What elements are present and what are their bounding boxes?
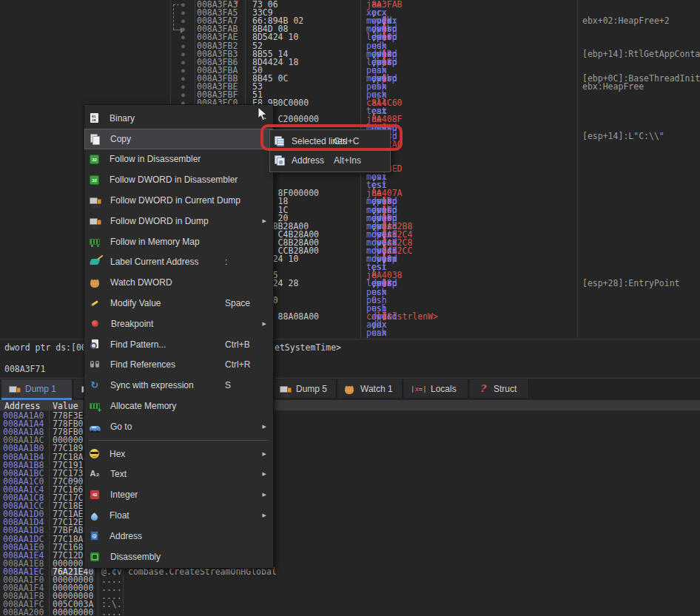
chip32-icon xyxy=(90,175,99,185)
tab-label: Struct xyxy=(494,384,516,394)
struct-icon xyxy=(477,383,488,395)
tab-struct[interactable]: Struct xyxy=(470,379,529,398)
menu-item-label: Breakpoint xyxy=(111,319,153,329)
menu-item-label: Hex xyxy=(110,449,125,459)
menu-item-text[interactable]: Text▶ xyxy=(84,464,273,485)
info-current-address: 008A3F71 xyxy=(4,364,45,374)
menu-item-label: Float xyxy=(110,510,129,521)
menu-item-find-references[interactable]: Find ReferencesCtrl+R xyxy=(84,355,273,376)
breakpoint-dot-icon[interactable]: ● xyxy=(181,50,185,58)
disasm-row[interactable]: ●008A3FA766:894B 02mov word ptr ds:[ebx+… xyxy=(171,17,700,25)
tab-locals[interactable]: |x=|Locals xyxy=(404,379,468,398)
menu-item-address[interactable]: Address xyxy=(84,526,273,546)
disasm-row[interactable]: ●008A3FBF51push ecx xyxy=(171,91,700,99)
submenu-arrow-icon: ▶ xyxy=(263,471,266,477)
menu-item-address[interactable]: AddressAlt+Ins xyxy=(270,151,390,170)
menu-item-label: Label Current Address xyxy=(110,257,198,267)
menu-item-allocate-memory[interactable]: Allocate Memory xyxy=(84,396,273,416)
menu-item-breakpoint[interactable]: Breakpoint▶ xyxy=(84,314,273,334)
submenu-arrow-icon: ▶ xyxy=(263,424,266,430)
disasm-row[interactable]: ●008A3FB38B55 14mov edx,dword ptr ss:[eb… xyxy=(171,50,700,58)
breakpoint-dot-icon[interactable]: ● xyxy=(181,9,185,17)
dump-ascii: .... xyxy=(101,609,122,616)
menu-item-follow-dword-in-current-dump[interactable]: Follow DWORD in Current Dump xyxy=(84,190,273,211)
menu-item-disassembly[interactable]: Disassembly xyxy=(84,546,273,567)
breakpoint-dot-icon[interactable]: ● xyxy=(181,25,185,33)
cat-icon xyxy=(90,280,99,288)
menu-item-label: Integer xyxy=(110,490,138,500)
menu-item-follow-in-disassembler[interactable]: Follow in Disassembler xyxy=(84,149,273,170)
menu-item-find-pattern[interactable]: Find Pattern...Ctrl+B xyxy=(84,334,273,355)
menu-item-modify-value[interactable]: Modify ValueSpace xyxy=(84,293,273,314)
menu-item-follow-dword-in-dump[interactable]: Follow DWORD in Dump▶ xyxy=(84,211,273,231)
disasm-row[interactable]: ●008A3FA373 06jae 8A3FAB xyxy=(171,1,700,9)
copy-address-icon xyxy=(273,155,285,166)
menu-item-label: Go to xyxy=(110,422,132,432)
menu-separator xyxy=(84,437,273,444)
menu-item-label: Address xyxy=(110,531,142,541)
menu-item-shortcut: Ctrl+C xyxy=(334,136,359,146)
menu-item-label: Follow in Disassembler xyxy=(110,154,201,164)
breakpoint-dot-icon[interactable]: ● xyxy=(181,17,185,25)
menu-item-label: Sync with expression xyxy=(110,380,194,390)
breakpoint-dot-icon[interactable]: ● xyxy=(181,67,185,75)
menu-item-label: Disassembly xyxy=(110,552,161,562)
submenu-arrow-icon: ▶ xyxy=(263,321,266,327)
menu-item-shortcut: S xyxy=(225,380,231,390)
menu-item-go-to[interactable]: Go to▶ xyxy=(84,416,273,437)
menu-item-copy[interactable]: Copy xyxy=(84,129,273,149)
menu-item-hex[interactable]: Hex▶ xyxy=(84,444,273,464)
menu-item-shortcut: Ctrl+R xyxy=(225,359,250,370)
menu-item-float[interactable]: Float▶ xyxy=(84,505,273,526)
copy-submenu: Selected linesCtrl+CAddressAlt+Ins xyxy=(269,129,391,172)
menu-item-shortcut: Alt+Ins xyxy=(334,155,361,166)
dump-row[interactable]: 008AA20000000000.... xyxy=(0,609,340,616)
dump-row[interactable]: 008AA1F000000000.... xyxy=(0,576,340,584)
submenu-arrow-icon: ▶ xyxy=(263,451,266,457)
submenu-arrow-icon: ▶ xyxy=(263,218,266,224)
menu-item-label: Binary xyxy=(110,113,135,123)
dump-row[interactable]: 008AA1F400000000.... xyxy=(0,584,340,592)
tab-label: Dump 5 xyxy=(296,384,327,394)
dump-row[interactable]: 008AA1FC005C003A:.\. xyxy=(0,600,340,609)
dump-context-menu: Binary▶CopyFollow in DisassemblerFollow … xyxy=(84,104,274,569)
rulerplus-icon xyxy=(90,403,100,409)
breakpoint-dot-icon[interactable]: ● xyxy=(181,42,185,50)
menu-item-label: Follow in Memory Map xyxy=(110,237,200,247)
menu-item-follow-dword-in-disassembler[interactable]: Follow DWORD in Disassembler xyxy=(84,169,273,190)
disasm-row[interactable]: ●008A3FAB8B4D 08mov ecx,dword ptr ss:[eb… xyxy=(171,25,700,33)
breakpoint-dot-icon[interactable]: ● xyxy=(181,58,185,67)
disasm-row[interactable]: ●008A3FB68D4424 18lea eax,dword ptr ss:[… xyxy=(171,58,700,67)
disasm-row[interactable]: ●008A3FAE8D5424 10lea edx,dword ptr ss:[… xyxy=(171,33,700,41)
menu-item-watch-dword[interactable]: Watch DWORD xyxy=(84,272,273,293)
breakpoint-dot-icon[interactable]: ● xyxy=(181,75,185,83)
atbook-icon xyxy=(90,531,98,541)
menu-item-sync-with-expression[interactable]: Sync with expressionS xyxy=(84,375,273,396)
menu-item-label-current-address[interactable]: Label Current Address: xyxy=(84,252,273,273)
breakpoint-dot-icon[interactable]: ● xyxy=(181,91,185,99)
dump-row[interactable]: 008AA1F800000000.... xyxy=(0,592,340,600)
dump-row[interactable]: 008AA1EC76A21E40@.¢vcombase.CreateStream… xyxy=(0,568,340,576)
binoculars-icon xyxy=(89,359,101,370)
menu-item-selected-lines[interactable]: Selected linesCtrl+C xyxy=(270,132,390,151)
dump-value: 00000000 xyxy=(53,609,93,616)
truck-icon xyxy=(89,194,101,206)
int42-icon xyxy=(90,490,99,499)
breakpoint-dot-icon[interactable]: ● xyxy=(181,33,185,41)
tab-dump-5[interactable]: Dump 5 xyxy=(272,379,337,398)
disasm-comment: ebx:HeapFree xyxy=(582,83,644,91)
menu-item-label: Find Pattern... xyxy=(110,339,166,350)
pencil-icon xyxy=(89,297,101,309)
menu-item-follow-in-memory-map[interactable]: Follow in Memory Map xyxy=(84,231,273,252)
tab-watch-1[interactable]: Watch 1 xyxy=(338,379,403,398)
disasm-comment: ebx+02:HeapFree+2 xyxy=(582,17,670,25)
menu-item-binary[interactable]: Binary▶ xyxy=(84,108,273,129)
menu-item-integer[interactable]: Integer▶ xyxy=(84,484,273,505)
tab-dump-1[interactable]: Dump 1 xyxy=(1,379,73,398)
x64dbg-window: ∨ ●008A3FA373 06jae 8A3FAB●008A3FA533C9x… xyxy=(0,0,700,616)
copy-icon xyxy=(89,133,101,145)
sync-icon xyxy=(89,379,101,391)
disasm-row[interactable]: ●008A3FBE53push ebxebx:HeapFree xyxy=(171,83,700,91)
breakpoint-dot-icon[interactable]: ● xyxy=(181,1,185,9)
breakpoint-dot-icon[interactable]: ● xyxy=(181,83,185,91)
